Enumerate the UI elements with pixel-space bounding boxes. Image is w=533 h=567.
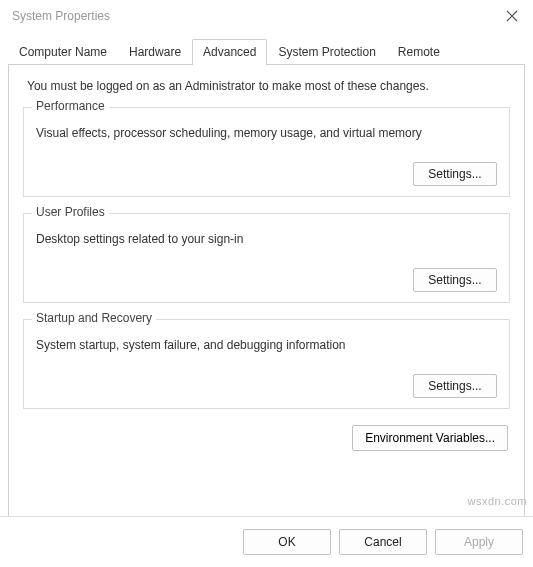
group-user-profiles-desc: Desktop settings related to your sign-in: [36, 232, 497, 246]
tab-advanced[interactable]: Advanced: [192, 39, 267, 65]
close-icon[interactable]: [501, 5, 523, 27]
cancel-button[interactable]: Cancel: [339, 529, 427, 555]
group-performance-desc: Visual effects, processor scheduling, me…: [36, 126, 497, 140]
group-startup-recovery: Startup and Recovery System startup, sys…: [23, 319, 510, 409]
group-startup-desc: System startup, system failure, and debu…: [36, 338, 497, 352]
group-user-profiles: User Profiles Desktop settings related t…: [23, 213, 510, 303]
group-startup-title: Startup and Recovery: [32, 311, 156, 325]
tab-remote[interactable]: Remote: [387, 39, 451, 65]
dialog-footer: OK Cancel Apply: [0, 516, 533, 567]
ok-button[interactable]: OK: [243, 529, 331, 555]
startup-settings-button[interactable]: Settings...: [413, 374, 497, 398]
tab-computer-name[interactable]: Computer Name: [8, 39, 118, 65]
performance-settings-button[interactable]: Settings...: [413, 162, 497, 186]
tab-strip: Computer Name Hardware Advanced System P…: [0, 32, 533, 64]
window-title: System Properties: [12, 9, 110, 23]
watermark-text: wsxdn.com: [467, 495, 527, 507]
user-profiles-settings-button[interactable]: Settings...: [413, 268, 497, 292]
group-performance: Performance Visual effects, processor sc…: [23, 107, 510, 197]
group-performance-title: Performance: [32, 99, 109, 113]
tab-panel-advanced: You must be logged on as an Administrato…: [8, 64, 525, 526]
tab-hardware[interactable]: Hardware: [118, 39, 192, 65]
group-user-profiles-title: User Profiles: [32, 205, 109, 219]
environment-variables-button[interactable]: Environment Variables...: [352, 425, 508, 451]
title-bar: System Properties: [0, 0, 533, 32]
apply-button[interactable]: Apply: [435, 529, 523, 555]
intro-text: You must be logged on as an Administrato…: [27, 79, 508, 93]
tab-system-protection[interactable]: System Protection: [267, 39, 386, 65]
